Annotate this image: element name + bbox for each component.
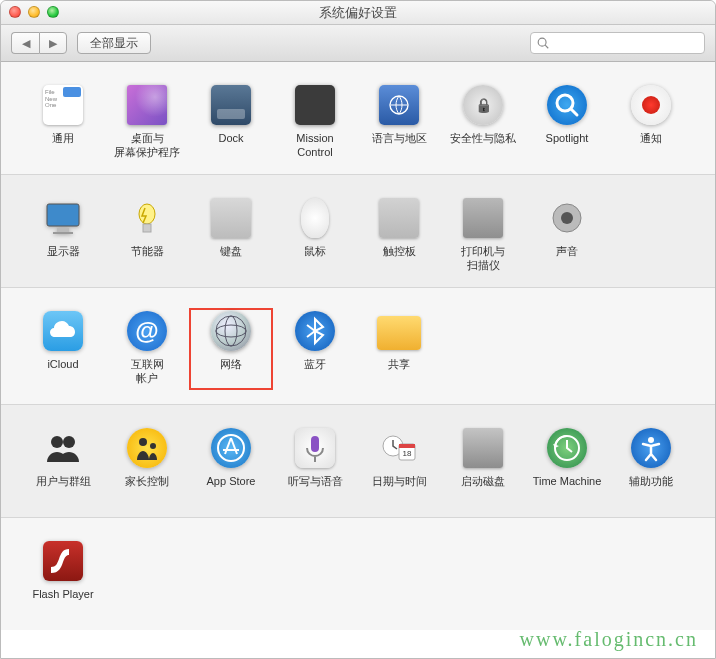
pref-label: 触控板	[383, 245, 416, 273]
pref-label: 声音	[556, 245, 578, 273]
energy-icon	[127, 198, 167, 238]
desktop-icon	[127, 85, 167, 125]
pref-app-store[interactable]: App Store	[189, 425, 273, 503]
pref-label: 用户与群组	[36, 475, 91, 503]
pref-label: 网络	[220, 358, 242, 386]
keyboard-icon	[211, 198, 251, 238]
pref-accessibility[interactable]: 辅助功能	[609, 425, 693, 503]
system-preferences-window: 系统偏好设置 ◀ ▶ 全部显示 通用 桌面与 屏幕保护程序 Dock Missi…	[0, 0, 716, 659]
pref-bluetooth[interactable]: 蓝牙	[273, 308, 357, 390]
language-icon	[379, 85, 419, 125]
pref-sharing[interactable]: 共享	[357, 308, 441, 390]
pref-spotlight[interactable]: Spotlight	[525, 82, 609, 160]
accessibility-icon	[631, 428, 671, 468]
svg-point-17	[139, 438, 147, 446]
pref-label: 互联网 帐户	[131, 358, 164, 386]
pref-displays[interactable]: 显示器	[21, 195, 105, 273]
sharing-icon	[377, 316, 421, 350]
pref-sound[interactable]: 声音	[525, 195, 609, 273]
pref-label: 通知	[640, 132, 662, 160]
pref-mouse[interactable]: 鼠标	[273, 195, 357, 273]
svg-rect-23	[399, 444, 415, 448]
svg-line-4	[571, 109, 577, 115]
svg-point-14	[225, 316, 237, 346]
pref-label: 打印机与 扫描仪	[461, 245, 505, 273]
section-personal: 通用 桌面与 屏幕保护程序 Dock Mission Control 语言与地区…	[1, 62, 715, 175]
pref-label: 共享	[388, 358, 410, 386]
pref-label: 通用	[52, 132, 74, 160]
pref-energy-saver[interactable]: 节能器	[105, 195, 189, 273]
pref-label: 听写与语音	[288, 475, 343, 503]
printer-icon	[463, 198, 503, 238]
show-all-button[interactable]: 全部显示	[77, 32, 151, 54]
pref-label: 鼠标	[304, 245, 326, 273]
section-hardware: 显示器 节能器 键盘 鼠标 触控板 打印机与 扫描仪 声音	[1, 175, 715, 288]
pref-parental-controls[interactable]: 家长控制	[105, 425, 189, 503]
pref-network[interactable]: 网络	[189, 308, 273, 390]
pref-general[interactable]: 通用	[21, 82, 105, 160]
pref-label: 蓝牙	[304, 358, 326, 386]
notifications-icon	[631, 85, 671, 125]
svg-rect-6	[57, 228, 69, 232]
pref-internet-accounts[interactable]: @ 互联网 帐户	[105, 308, 189, 390]
pref-time-machine[interactable]: Time Machine	[525, 425, 609, 503]
pref-label: Dock	[218, 132, 243, 160]
pref-label: 节能器	[131, 245, 164, 273]
pref-label: 桌面与 屏幕保护程序	[114, 132, 180, 160]
svg-point-16	[63, 436, 75, 448]
pref-keyboard[interactable]: 键盘	[189, 195, 273, 273]
window-controls	[9, 6, 59, 18]
zoom-button[interactable]	[47, 6, 59, 18]
pref-label: 键盘	[220, 245, 242, 273]
toolbar: ◀ ▶ 全部显示	[1, 25, 715, 62]
pref-date-time[interactable]: 18 日期与时间	[357, 425, 441, 503]
pref-label: 家长控制	[125, 475, 169, 503]
svg-rect-7	[53, 232, 73, 234]
displays-icon	[43, 198, 83, 238]
pref-notifications[interactable]: 通知	[609, 82, 693, 160]
pref-label: Time Machine	[533, 475, 602, 503]
pref-dictation-speech[interactable]: 听写与语音	[273, 425, 357, 503]
pref-label: Mission Control	[296, 132, 333, 160]
pref-desktop-screensaver[interactable]: 桌面与 屏幕保护程序	[105, 82, 189, 160]
svg-point-15	[51, 436, 63, 448]
svg-point-0	[538, 38, 546, 46]
general-icon	[43, 85, 83, 125]
search-input[interactable]	[530, 32, 705, 54]
pref-label: 安全性与隐私	[450, 132, 516, 160]
pref-label: 显示器	[47, 245, 80, 273]
pref-dock[interactable]: Dock	[189, 82, 273, 160]
bluetooth-icon	[295, 311, 335, 351]
window-title: 系统偏好设置	[319, 4, 397, 22]
nav-segment: ◀ ▶	[11, 32, 67, 54]
svg-point-11	[561, 212, 573, 224]
svg-point-26	[648, 437, 654, 443]
date-time-icon: 18	[379, 428, 419, 468]
back-button[interactable]: ◀	[11, 32, 39, 54]
pref-icloud[interactable]: iCloud	[21, 308, 105, 390]
section-system: 用户与群组 家长控制 App Store 听写与语音 18 日期与时间 启动磁盘…	[1, 405, 715, 518]
pref-mission-control[interactable]: Mission Control	[273, 82, 357, 160]
internet-accounts-icon: @	[127, 311, 167, 351]
minimize-button[interactable]	[28, 6, 40, 18]
close-button[interactable]	[9, 6, 21, 18]
mouse-icon	[301, 198, 329, 238]
startup-disk-icon	[463, 428, 503, 468]
icloud-icon	[43, 311, 83, 351]
flash-player-icon	[43, 541, 83, 581]
dictation-icon	[295, 428, 335, 468]
pref-language-region[interactable]: 语言与地区	[357, 82, 441, 160]
forward-button[interactable]: ▶	[39, 32, 67, 54]
pref-security-privacy[interactable]: 安全性与隐私	[441, 82, 525, 160]
svg-point-13	[216, 325, 246, 337]
mission-control-icon	[295, 85, 335, 125]
pref-label: 语言与地区	[372, 132, 427, 160]
pref-flash-player[interactable]: Flash Player	[21, 538, 105, 616]
pref-trackpad[interactable]: 触控板	[357, 195, 441, 273]
pref-label: 辅助功能	[629, 475, 673, 503]
svg-point-12	[216, 316, 246, 346]
pref-printers-scanners[interactable]: 打印机与 扫描仪	[441, 195, 525, 273]
pref-startup-disk[interactable]: 启动磁盘	[441, 425, 525, 503]
pref-users-groups[interactable]: 用户与群组	[21, 425, 105, 503]
pref-label: Flash Player	[32, 588, 93, 616]
